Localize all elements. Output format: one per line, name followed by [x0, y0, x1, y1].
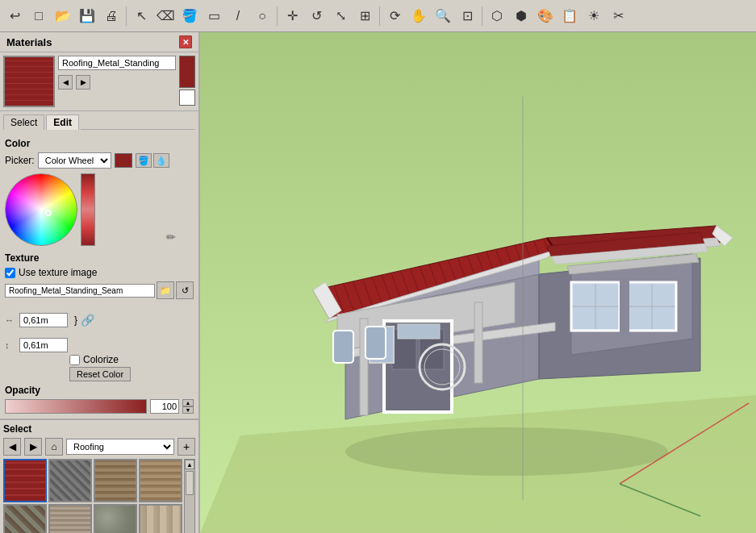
line-tool[interactable]: /: [227, 5, 249, 27]
material-name-input[interactable]: [58, 56, 176, 70]
reset-color-button[interactable]: Reset Color: [69, 367, 131, 381]
shadow-tool[interactable]: ☀: [583, 5, 605, 27]
colorize-checkbox[interactable]: [69, 355, 80, 365]
back-btn[interactable]: ◀: [3, 438, 21, 456]
circle-tool[interactable]: ○: [251, 5, 274, 27]
width-input[interactable]: [19, 313, 68, 327]
opacity-down-btn[interactable]: ▼: [182, 406, 194, 414]
layer-tool[interactable]: 📋: [558, 5, 581, 27]
material-item-3[interactable]: [94, 459, 137, 502]
component-tool[interactable]: ⬡: [486, 5, 508, 27]
eraser-tool[interactable]: ⌫: [154, 5, 177, 27]
opacity-row: ▲ ▼: [5, 399, 194, 414]
colorize-label: Colorize: [83, 354, 119, 365]
pan-tool[interactable]: ✋: [407, 5, 430, 27]
move-tool[interactable]: ✛: [281, 5, 303, 27]
picker-label: Picker:: [5, 155, 35, 166]
lock-icon[interactable]: 🔗: [81, 304, 94, 336]
material-preview-swatch: [3, 56, 55, 107]
material-item-1[interactable]: [3, 459, 47, 502]
opacity-slider[interactable]: [5, 399, 147, 414]
svg-rect-28: [620, 278, 629, 335]
select-tool[interactable]: ↖: [130, 5, 152, 27]
open-tool[interactable]: 📂: [52, 5, 74, 27]
rotate-tool[interactable]: ↺: [305, 5, 328, 27]
texture-section-label: Texture: [5, 252, 194, 264]
tab-edit[interactable]: Edit: [46, 115, 79, 130]
zoom-tool[interactable]: 🔍: [432, 5, 454, 27]
add-material-btn[interactable]: +: [178, 438, 195, 456]
svg-rect-33: [398, 324, 440, 339]
material-item-4[interactable]: [139, 459, 182, 502]
tab-spacer: [81, 115, 195, 130]
color-swatch-small[interactable]: [115, 153, 132, 168]
category-select[interactable]: Roofing Brick Stone Wood: [66, 439, 174, 455]
sep3: [379, 6, 380, 26]
use-texture-label: Use texture image: [19, 267, 97, 278]
dimensions-row: ↔ } 🔗: [5, 304, 194, 336]
undo-tool[interactable]: ↩: [3, 5, 26, 27]
material-name-box: ◀ ▶: [58, 56, 176, 107]
material-preview-area: ◀ ▶: [0, 52, 198, 111]
scale-tool[interactable]: ⤡: [329, 5, 352, 27]
height-input[interactable]: [19, 338, 68, 352]
select-controls: ◀ ▶ ⌂ Roofing Brick Stone Wood +: [3, 438, 195, 456]
rect-tool[interactable]: ▭: [203, 5, 225, 27]
tab-select[interactable]: Select: [3, 115, 44, 130]
height-row: ↕: [5, 338, 194, 352]
push-pull-tool[interactable]: ⊞: [353, 5, 376, 27]
forward-btn[interactable]: ▶: [24, 438, 42, 456]
print-tool[interactable]: 🖨: [100, 5, 123, 27]
material-item-6[interactable]: [48, 504, 92, 533]
sep1: [126, 6, 127, 26]
link-icon[interactable]: }: [74, 314, 77, 326]
material-item-7[interactable]: [94, 504, 137, 533]
picker-select[interactable]: Color Wheel HLS HSB RGB: [38, 152, 111, 169]
opacity-spinner: ▲ ▼: [182, 399, 194, 414]
use-texture-checkbox[interactable]: [5, 268, 15, 278]
material-item-8[interactable]: [139, 504, 182, 533]
color-wheel[interactable]: [5, 173, 77, 246]
materials-panel: Materials ✕ ◀ ▶ Select Edit: [0, 32, 200, 533]
material-item-2[interactable]: [48, 459, 92, 502]
panel-tabs: Select Edit: [0, 111, 198, 130]
texture-name-input[interactable]: [5, 284, 155, 298]
preview-ctrl-2[interactable]: ▶: [76, 75, 90, 90]
opacity-label: Opacity: [5, 385, 194, 396]
opacity-up-btn[interactable]: ▲: [182, 399, 194, 406]
wheel-cursor: [45, 210, 52, 216]
group-tool[interactable]: ⬢: [510, 5, 533, 27]
opacity-input[interactable]: [150, 399, 179, 414]
eyedropper-btn[interactable]: 💧: [153, 153, 169, 168]
panel-content: Color Picker: Color Wheel HLS HSB RGB 🪣 …: [0, 130, 198, 418]
color-swatch: [179, 56, 195, 88]
main-toolbar: ↩ □ 📂 💾 🖨 ↖ ⌫ 🪣 ▭ / ○ ✛ ↺ ⤡ ⊞ ⟳ ✋ 🔍 ⊡ ⬡ …: [0, 0, 756, 32]
svg-rect-41: [333, 331, 353, 363]
zoom-extents-tool[interactable]: ⊡: [456, 5, 478, 27]
height-icon: ↕: [5, 340, 16, 350]
pencil-icon[interactable]: ✏: [166, 231, 176, 244]
material-grid-area: ▲ ▼: [3, 459, 195, 533]
orbit-tool[interactable]: ⟳: [383, 5, 406, 27]
opacity-section: Opacity ▲ ▼: [5, 385, 194, 414]
scroll-up-btn[interactable]: ▲: [185, 460, 194, 469]
home-btn[interactable]: ⌂: [45, 438, 63, 456]
select-label: Select: [3, 423, 31, 435]
use-texture-row: Use texture image: [5, 267, 194, 278]
section-tool[interactable]: ✂: [607, 5, 629, 27]
materials-title: Materials: [6, 36, 52, 48]
new-tool[interactable]: □: [27, 5, 50, 27]
preview-ctrl-1[interactable]: ◀: [58, 75, 73, 90]
paint-tool[interactable]: 🪣: [178, 5, 201, 27]
viewport[interactable]: [200, 32, 756, 533]
sample-color-btn[interactable]: 🪣: [136, 153, 152, 168]
browse-texture-btn[interactable]: 📁: [157, 281, 174, 299]
reset-texture-btn[interactable]: ↺: [176, 281, 194, 299]
save-tool[interactable]: 💾: [76, 5, 98, 27]
material-tool[interactable]: 🎨: [534, 5, 557, 27]
close-button[interactable]: ✕: [179, 35, 192, 48]
hue-slider[interactable]: [81, 173, 95, 246]
svg-rect-40: [365, 327, 386, 359]
scroll-thumb[interactable]: [186, 471, 194, 495]
material-item-5[interactable]: [3, 504, 47, 533]
